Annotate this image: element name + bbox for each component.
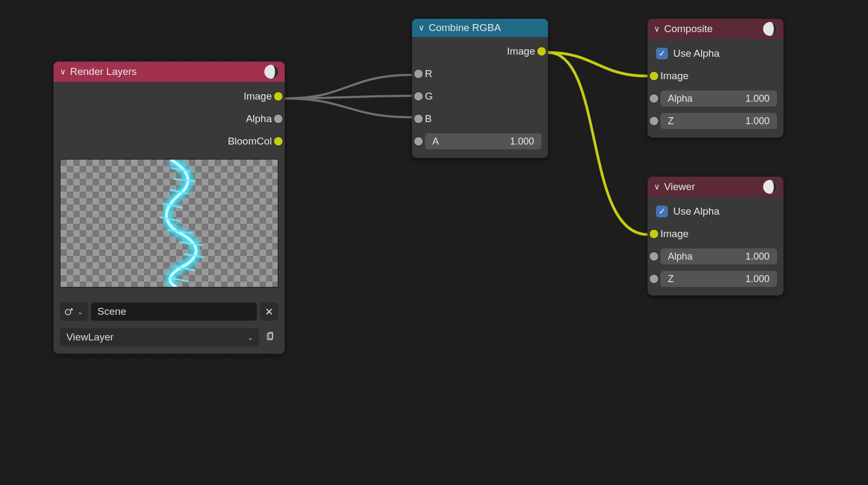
chevron-down-icon: ⌄ — [247, 333, 254, 342]
node-title: Composite — [664, 23, 759, 35]
input-image: Image — [654, 225, 777, 243]
svg-point-11 — [71, 308, 73, 310]
node-title: Viewer — [664, 181, 759, 193]
socket-out-image[interactable] — [537, 47, 546, 56]
socket-out-alpha[interactable] — [273, 114, 283, 124]
input-alpha: Alpha 1.000 — [654, 247, 777, 266]
preview-toggle-icon[interactable] — [763, 22, 777, 36]
z-field[interactable]: Z 1.000 — [660, 113, 777, 129]
socket-in-z[interactable] — [649, 274, 659, 284]
use-alpha-checkbox[interactable]: ✓ — [656, 48, 668, 59]
pin-icon[interactable] — [262, 328, 278, 346]
input-r: R — [418, 65, 542, 83]
output-alpha: Alpha — [60, 110, 278, 128]
use-alpha-row: ✓ Use Alpha — [654, 44, 777, 63]
input-b: B — [418, 110, 542, 128]
socket-in-z[interactable] — [649, 116, 659, 126]
node-title: Combine RGBA — [429, 22, 542, 34]
socket-in-g[interactable] — [414, 92, 423, 101]
output-bloomcol: BloomCol — [60, 132, 278, 150]
node-render-layers[interactable]: ∨ Render Layers Image Alpha BloomCol — [54, 62, 285, 354]
socket-in-alpha[interactable] — [649, 252, 659, 261]
collapse-icon[interactable]: ∨ — [654, 24, 660, 34]
viewlayer-field[interactable]: ViewLayer ⌄ — [60, 328, 259, 346]
socket-out-image[interactable] — [273, 92, 283, 101]
clear-scene-button[interactable]: ✕ — [260, 302, 278, 321]
scene-field[interactable]: Scene — [91, 302, 257, 321]
use-alpha-checkbox[interactable]: ✓ — [656, 206, 668, 217]
input-alpha: Alpha 1.000 — [654, 89, 777, 108]
socket-in-image[interactable] — [649, 71, 659, 81]
input-z: Z 1.000 — [654, 112, 777, 130]
output-image: Image — [60, 87, 278, 105]
input-g: G — [418, 87, 542, 105]
node-header[interactable]: ∨ Render Layers — [54, 62, 285, 82]
node-title: Render Layers — [70, 66, 260, 78]
preview-toggle-icon[interactable] — [264, 65, 278, 79]
socket-in-r[interactable] — [414, 69, 423, 79]
socket-in-a[interactable] — [414, 137, 423, 146]
z-field[interactable]: Z 1.000 — [660, 271, 777, 287]
collapse-icon[interactable]: ∨ — [654, 182, 660, 192]
node-header[interactable]: ∨ Combine RGBA — [412, 19, 548, 37]
socket-in-b[interactable] — [414, 114, 423, 124]
collapse-icon[interactable]: ∨ — [60, 67, 66, 77]
alpha-field[interactable]: Alpha 1.000 — [660, 90, 777, 107]
collapse-icon[interactable]: ∨ — [418, 23, 424, 33]
preview-toggle-icon[interactable] — [763, 180, 777, 194]
node-header[interactable]: ∨ Viewer — [648, 177, 783, 197]
input-a: A 1.000 — [418, 132, 542, 150]
node-viewer[interactable]: ∨ Viewer ✓ Use Alpha Image Alpha 1.000 Z… — [648, 177, 783, 295]
socket-in-image[interactable] — [649, 229, 659, 239]
node-composite[interactable]: ∨ Composite ✓ Use Alpha Image Alpha 1.00… — [648, 19, 783, 138]
render-preview — [60, 159, 278, 287]
scene-datablock-icon[interactable]: ⌄ — [60, 302, 88, 321]
input-image: Image — [654, 67, 777, 85]
alpha-field[interactable]: Alpha 1.000 — [660, 248, 777, 264]
node-combine-rgba[interactable]: ∨ Combine RGBA Image R G B A 1.000 — [412, 19, 548, 158]
input-z: Z 1.000 — [654, 270, 777, 288]
svg-point-10 — [65, 309, 71, 315]
socket-in-alpha[interactable] — [649, 94, 659, 103]
use-alpha-row: ✓ Use Alpha — [654, 202, 777, 221]
socket-out-bloomcol[interactable] — [273, 137, 283, 146]
node-header[interactable]: ∨ Composite — [648, 19, 783, 39]
output-image: Image — [418, 42, 542, 60]
a-field[interactable]: A 1.000 — [425, 133, 542, 149]
